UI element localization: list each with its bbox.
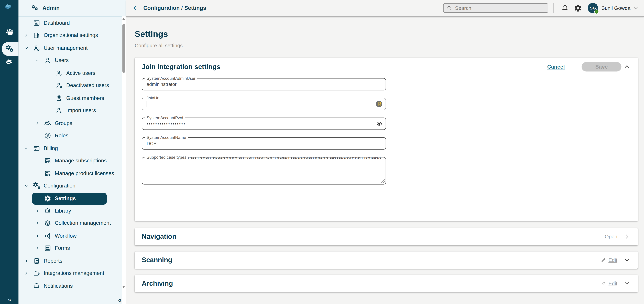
field-label: Supported case types <box>145 155 188 159</box>
join-panel-fields: SystemAccountAdminUseradmininstratorJoin… <box>142 78 386 184</box>
show-password-eye-icon[interactable] <box>376 120 382 127</box>
sidebar-item-guest-members[interactable]: Guest members <box>18 92 121 104</box>
keeper-extension-icon[interactable] <box>376 100 382 107</box>
scanning-section-card[interactable]: ScanningEdit <box>135 251 638 269</box>
workflow-icon <box>44 232 52 239</box>
sidebar-item-active-users[interactable]: Active users <box>18 67 121 79</box>
chevron-down-icon[interactable] <box>23 46 30 50</box>
sidebar-item-label: Users <box>55 58 68 64</box>
cancel-button[interactable]: Cancel <box>547 64 564 70</box>
edit-pencil-icon[interactable] <box>601 257 606 263</box>
chevron-right-icon[interactable] <box>34 209 41 213</box>
sidebar-item-manage-subscriptions[interactable]: Manage subscriptions <box>18 154 121 167</box>
online-status-badge <box>594 9 599 14</box>
open-link[interactable]: Open <box>605 234 617 239</box>
sidebar-item-label: User management <box>44 45 88 51</box>
sidebar-item-notifications[interactable]: Notifications <box>18 280 121 292</box>
sidebar-item-label: Dashboard <box>44 20 70 26</box>
section-chevron-down-icon[interactable] <box>624 257 630 263</box>
sidebar-item-deactivated-users[interactable]: Deactivated users <box>18 79 121 92</box>
edit-link[interactable]: Edit <box>608 257 617 263</box>
back-arrow-icon[interactable] <box>134 6 140 11</box>
sidebar-item-organizational-settings[interactable]: Organizational settings <box>18 29 121 42</box>
person-icon <box>44 57 52 64</box>
sidebar-tree: DashboardOrganizational settingsUser man… <box>18 17 121 292</box>
person-import-icon <box>56 107 63 115</box>
sidebar-item-label: Integrations management <box>44 270 104 276</box>
sidebar-header: Admin <box>18 0 126 17</box>
rail-admin-active-icon[interactable] <box>2 42 18 56</box>
user-name[interactable]: Sunil Gowda <box>601 5 630 11</box>
sidebar-item-manage-product-licenses[interactable]: Manage product licenses <box>18 167 121 179</box>
sidebar-item-label: Notifications <box>44 283 73 289</box>
joinurl-field[interactable]: JoinUrl <box>142 98 386 110</box>
supported-case-types-field[interactable]: EARGR/CTTCGT/ATT/GTTRAGT/RAGRAREA GTT/GT… <box>142 157 386 184</box>
sidebar-item-users[interactable]: Users <box>18 54 121 67</box>
scrollbar-down-arrow[interactable] <box>122 286 125 288</box>
admin-gears-icon <box>32 5 39 12</box>
sidebar-item-workflow[interactable]: Workflow <box>18 229 121 242</box>
systemaccountname-field[interactable]: SystemAccountNameDCP <box>142 137 386 149</box>
rail-teams-icon[interactable] <box>0 27 18 37</box>
sidebar-item-import-users[interactable]: Import users <box>18 104 121 117</box>
sidebar-item-groups[interactable]: Groups <box>18 117 121 129</box>
scrollbar-thumb[interactable] <box>122 24 125 73</box>
chevron-down-icon[interactable] <box>34 59 41 63</box>
chevron-right-icon[interactable] <box>34 221 41 225</box>
edit-pencil-icon[interactable] <box>601 281 606 286</box>
dashboard-icon <box>33 19 40 27</box>
chevron-right-icon[interactable] <box>34 121 41 125</box>
gear-lines-icon <box>33 182 40 190</box>
chevron-right-icon[interactable] <box>34 234 41 238</box>
save-button[interactable]: Save <box>582 62 621 71</box>
chevron-right-icon[interactable] <box>23 259 30 263</box>
chevron-down-icon[interactable] <box>23 146 30 150</box>
sidebar-item-dashboard[interactable]: Dashboard <box>18 17 121 29</box>
sidebar-item-settings[interactable]: Settings <box>32 193 107 204</box>
notifications-bell-icon[interactable] <box>561 4 569 12</box>
edit-link[interactable]: Edit <box>608 280 617 286</box>
section-chevron-down-icon[interactable] <box>624 281 630 286</box>
puzzle-icon <box>33 270 40 277</box>
rail-expand-button[interactable]: » <box>0 296 18 303</box>
rail-product-box-icon[interactable] <box>0 59 18 66</box>
join-panel-actions: Cancel Save <box>547 62 630 71</box>
scrollbar-up-arrow[interactable] <box>122 18 125 20</box>
systemaccountpwd-field[interactable]: SystemAccountPwd•••••••••••••••••• <box>142 117 386 130</box>
search-box[interactable] <box>443 4 548 13</box>
sidebar-item-collection-management[interactable]: Collection management <box>18 217 121 229</box>
sidebar-item-label: Forms <box>55 245 70 251</box>
id-badge-icon <box>56 95 63 102</box>
chevron-right-icon[interactable] <box>23 271 30 275</box>
chevron-right-icon[interactable] <box>34 246 41 250</box>
systemaccountadminuser-field[interactable]: SystemAccountAdminUseradmininstrator <box>142 78 386 90</box>
section-title: Scanning <box>142 256 172 264</box>
settings-sections: NavigationOpenScanningEditArchivingEdit <box>135 228 638 292</box>
report-icon <box>33 257 40 265</box>
sidebar-item-roles[interactable]: Roles <box>18 129 121 142</box>
app-logo-icon[interactable] <box>4 4 12 10</box>
sidebar-item-library[interactable]: Library <box>18 204 121 217</box>
sidebar-item-user-management[interactable]: User management <box>18 42 121 54</box>
sidebar-item-billing[interactable]: Billing <box>18 142 121 154</box>
sidebar-collapse-button[interactable]: « <box>118 296 121 303</box>
person-gear-icon <box>33 44 40 52</box>
topbar: Configuration / Settings SG <box>126 0 644 16</box>
chevron-down-icon[interactable] <box>23 184 30 188</box>
sidebar-item-forms[interactable]: Forms <box>18 242 121 254</box>
sidebar-scrollbar[interactable] <box>122 16 126 304</box>
settings-gear-icon[interactable] <box>574 4 582 12</box>
sidebar-item-configuration[interactable]: Configuration <box>18 179 121 192</box>
sidebar-item-label: Settings <box>55 196 76 201</box>
navigation-section-card[interactable]: NavigationOpen <box>135 228 638 245</box>
collapse-panel-chevron-icon[interactable] <box>624 65 630 69</box>
user-menu-chevron-icon[interactable] <box>633 7 638 10</box>
user-avatar[interactable]: SG <box>588 3 598 13</box>
section-chevron-right-icon[interactable] <box>624 234 630 239</box>
field-label: SystemAccountName <box>145 135 188 140</box>
archiving-section-card[interactable]: ArchivingEdit <box>135 275 638 292</box>
chevron-right-icon[interactable] <box>23 33 30 38</box>
sidebar-item-integrations-management[interactable]: Integrations management <box>18 267 121 280</box>
sidebar-item-reports[interactable]: Reports <box>18 254 121 267</box>
search-input[interactable] <box>454 5 545 12</box>
